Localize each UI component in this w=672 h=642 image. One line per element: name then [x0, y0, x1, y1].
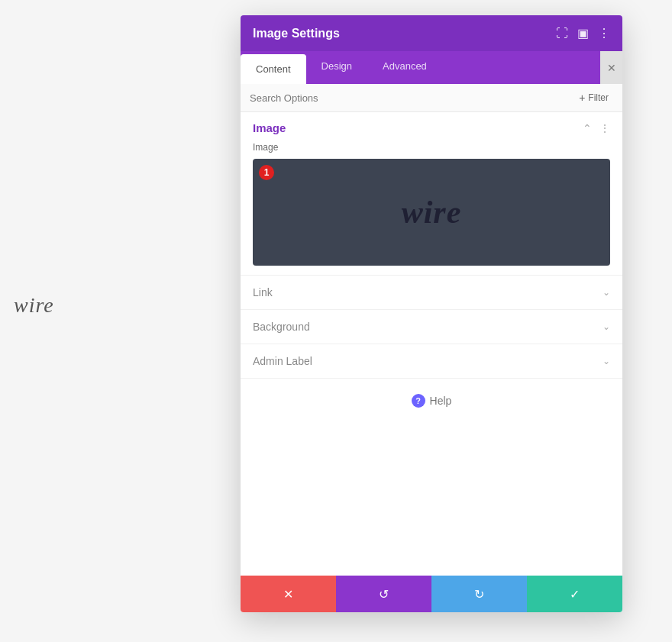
filter-plus-icon: +: [579, 92, 585, 104]
link-chevron-icon: ⌄: [603, 287, 610, 298]
columns-icon[interactable]: ▣: [577, 26, 589, 40]
section-title: Image: [253, 121, 286, 134]
admin-label-chevron-icon: ⌄: [603, 356, 610, 366]
search-bar: + Filter: [241, 84, 622, 112]
help-row: ? Help: [241, 379, 622, 423]
reset-button[interactable]: ↺: [336, 576, 431, 612]
modal-title: Image Settings: [253, 27, 340, 40]
filter-label: Filter: [588, 92, 609, 103]
modal-close-button[interactable]: ✕: [600, 51, 622, 84]
content-spacer: [241, 423, 622, 576]
image-badge: 1: [259, 165, 274, 180]
background-logo: wire: [14, 293, 54, 318]
modal-tabs: Content Design Advanced: [241, 51, 622, 84]
tabs-wrapper: Content Design Advanced ✕: [241, 51, 622, 84]
reset-icon: ↺: [379, 587, 389, 602]
filter-button[interactable]: + Filter: [574, 90, 613, 105]
help-label[interactable]: Help: [430, 395, 452, 407]
modal-footer: ✕ ↺ ↻ ✓: [241, 576, 622, 612]
cancel-button[interactable]: ✕: [241, 576, 336, 612]
modal-header: Image Settings ⛶ ▣ ⋮: [241, 15, 622, 51]
image-upload-area[interactable]: 1 wire: [253, 159, 610, 266]
cancel-icon: ✕: [283, 587, 293, 602]
section-header: Image ⌃ ⋮: [253, 121, 610, 134]
field-label: Image: [253, 142, 610, 153]
tab-advanced[interactable]: Advanced: [367, 51, 442, 84]
background-chevron-icon: ⌄: [603, 321, 610, 332]
save-icon: ✓: [570, 587, 580, 602]
admin-label-label: Admin Label: [253, 355, 312, 367]
help-icon[interactable]: ?: [412, 394, 425, 408]
section-header-controls: ⌃ ⋮: [583, 122, 610, 134]
redo-icon: ↻: [474, 587, 484, 602]
background-section[interactable]: Background ⌄: [241, 310, 622, 344]
tab-design[interactable]: Design: [306, 51, 367, 84]
save-button[interactable]: ✓: [527, 576, 622, 612]
background-label: Background: [253, 321, 310, 333]
section-more-icon[interactable]: ⋮: [599, 122, 610, 134]
modal-panel: Image Settings ⛶ ▣ ⋮ Content Design Adva…: [241, 15, 622, 612]
tab-content[interactable]: Content: [241, 54, 306, 84]
search-input[interactable]: [250, 92, 574, 104]
more-vertical-icon[interactable]: ⋮: [598, 26, 610, 40]
image-preview-logo: wire: [402, 194, 462, 231]
modal-header-icons: ⛶ ▣ ⋮: [556, 26, 610, 40]
page-background: wire Image Settings ⛶ ▣ ⋮ Content Design…: [0, 0, 672, 642]
redo-button[interactable]: ↻: [431, 576, 527, 612]
link-label: Link: [253, 286, 273, 298]
image-section: Image ⌃ ⋮ Image 1 wire: [241, 112, 622, 276]
link-section[interactable]: Link ⌄: [241, 276, 622, 310]
section-collapse-icon[interactable]: ⌃: [583, 122, 592, 134]
admin-label-section[interactable]: Admin Label ⌄: [241, 344, 622, 379]
fullscreen-icon[interactable]: ⛶: [556, 27, 568, 40]
